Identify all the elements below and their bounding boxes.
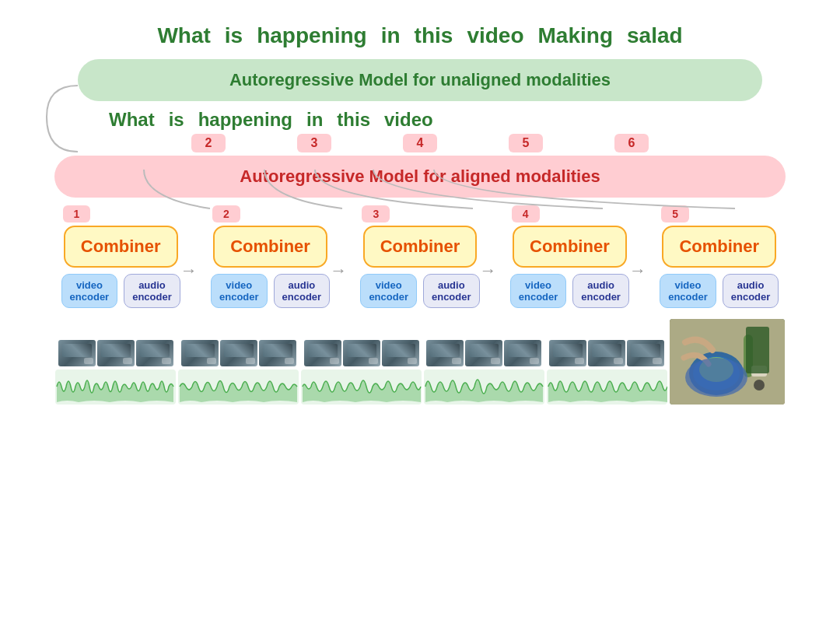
encoder-row-2: videoencoder audioencoder	[211, 274, 330, 308]
top-word-4: in	[381, 23, 401, 48]
thumb-4c	[504, 340, 541, 366]
mid-word-1: What	[109, 109, 155, 131]
media-group-5	[547, 340, 667, 405]
top-word-7: Making	[538, 23, 613, 48]
badge-3: 3	[297, 134, 332, 152]
video-encoder-1: videoencoder	[61, 274, 118, 308]
combiner-badge-3: 3	[362, 205, 390, 222]
waveform-5	[547, 370, 667, 405]
thumb-4b	[465, 340, 502, 366]
green-model-box: Autoregressive Model for unaligned modal…	[78, 59, 762, 101]
combiner-badge-2: 2	[212, 205, 240, 222]
svg-point-11	[754, 380, 765, 391]
badge-4: 4	[403, 134, 438, 152]
svg-point-9	[699, 357, 733, 382]
combiner-group-4: 4 Combiner videoencoder audioencoder	[510, 205, 629, 308]
thumb-2c	[259, 340, 296, 366]
video-thumbnails-1	[58, 340, 173, 366]
media-group-4	[424, 340, 544, 405]
combiner-badge-5: 5	[661, 205, 689, 222]
video-thumbnails-4	[426, 340, 541, 366]
waveform-1	[55, 370, 176, 405]
encoder-row-5: videoencoder audioencoder	[660, 274, 779, 308]
mid-word-4: in	[306, 109, 323, 131]
arrow-3-4: →	[480, 261, 497, 281]
combiner-group-2: 2 Combiner videoencoder audioencoder	[211, 205, 330, 308]
combiner-box-4: Combiner	[513, 226, 627, 268]
audio-encoder-4: audioencoder	[572, 274, 629, 308]
badge-6: 6	[614, 134, 649, 152]
audio-encoder-2: audioencoder	[274, 274, 331, 308]
svg-point-8	[693, 356, 740, 391]
svg-rect-12	[751, 366, 767, 377]
mid-word-5: this	[337, 109, 370, 131]
video-thumbnails-3	[304, 340, 419, 366]
top-word-2: is	[225, 23, 243, 48]
combiner-group-1: 1 Combiner videoencoder audioencoder	[61, 205, 180, 308]
combiner-box-2: Combiner	[213, 226, 327, 268]
top-query-row: What is happening in this video Making s…	[47, 23, 793, 48]
video-thumbnails-2	[181, 340, 296, 366]
video-encoder-5: videoencoder	[660, 274, 716, 308]
video-encoder-4: videoencoder	[510, 274, 567, 308]
combiner-badge-4: 4	[512, 205, 540, 222]
audio-encoder-3: audioencoder	[423, 274, 480, 308]
encoder-row-1: videoencoder audioencoder	[61, 274, 180, 308]
thumb-3a	[304, 340, 341, 366]
video-thumbnails-5	[549, 340, 664, 366]
numbered-badges-row: 2 3 4 5 6	[47, 134, 793, 152]
video-encoder-2: videoencoder	[211, 274, 268, 308]
encoder-row-4: videoencoder audioencoder	[510, 274, 629, 308]
final-video-image	[670, 319, 785, 405]
media-group-2	[178, 340, 299, 405]
top-word-5: this	[415, 23, 453, 48]
thumb-2a	[181, 340, 219, 366]
combiner-box-1: Combiner	[64, 226, 178, 268]
main-container: What is happening in this video Making s…	[0, 0, 840, 641]
thumb-2b	[220, 340, 257, 366]
waveform-4	[424, 370, 544, 405]
combiner-section: 1 Combiner videoencoder audioencoder → 2…	[47, 205, 793, 308]
combiner-box-3: Combiner	[363, 226, 478, 268]
top-word-3: happening	[257, 23, 367, 48]
combiner-box-5: Combiner	[662, 226, 776, 268]
audio-encoder-1: audioencoder	[124, 274, 180, 308]
svg-rect-10	[744, 335, 753, 377]
mid-query-row: What is happening in this video	[47, 109, 793, 131]
video-encoder-3: videoencoder	[360, 274, 417, 308]
red-model-box: Autoregressive Model for aligned modalit…	[54, 156, 786, 198]
thumb-3b	[343, 340, 380, 366]
red-model-label: Autoregressive Model for aligned modalit…	[240, 166, 600, 186]
media-row	[47, 319, 793, 405]
thumb-5c	[627, 340, 664, 366]
waveform-2	[178, 370, 299, 405]
svg-rect-6	[670, 319, 785, 405]
top-word-8: salad	[627, 23, 683, 48]
thumb-5a	[549, 340, 586, 366]
combiner-group-3: 3 Combiner videoencoder audioencoder	[360, 205, 479, 308]
mid-word-3: happening	[198, 109, 292, 131]
arrow-4-5: →	[629, 261, 646, 281]
green-model-label: Autoregressive Model for unaligned modal…	[229, 70, 611, 89]
media-group-3	[301, 340, 422, 405]
badge-5: 5	[509, 134, 544, 152]
mid-word-6: video	[384, 109, 433, 131]
top-word-6: video	[467, 23, 523, 48]
thumb-1b	[97, 340, 135, 366]
encoder-row-3: videoencoder audioencoder	[360, 274, 479, 308]
thumb-1a	[58, 340, 96, 366]
arrow-2-3: →	[330, 261, 347, 281]
thumb-3c	[382, 340, 419, 366]
thumb-4a	[426, 340, 464, 366]
waveform-3	[301, 370, 422, 405]
badge-2: 2	[191, 134, 226, 152]
top-word-1: What	[157, 23, 210, 48]
combiner-group-5: 5 Combiner videoencoder audioencoder	[660, 205, 779, 308]
audio-encoder-5: audioencoder	[723, 274, 779, 308]
media-group-1	[55, 340, 176, 405]
arrow-1-2: →	[180, 261, 198, 281]
thumb-1c	[136, 340, 173, 366]
combiner-badge-1: 1	[63, 205, 91, 222]
mid-word-2: is	[169, 109, 184, 131]
thumb-5b	[588, 340, 625, 366]
